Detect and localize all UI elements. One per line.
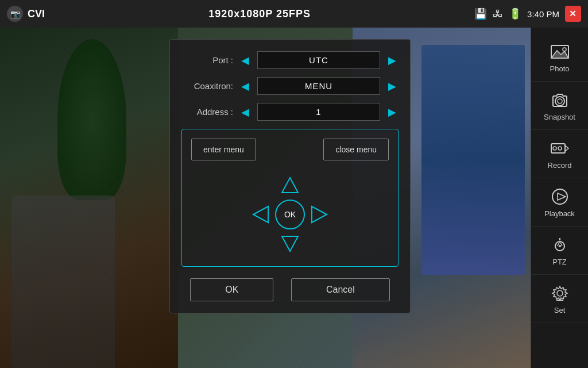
dpad-bottom-row [276,229,304,257]
cancel-button[interactable]: Cancel [291,278,390,301]
svg-point-8 [558,99,562,103]
dpad: OK [244,172,336,257]
coaxitron-row: Coaxitron: ◀ MENU ▶ [181,77,399,95]
address-value: 1 [257,103,380,121]
ptz-icon [550,235,570,255]
battery-icon: 🔋 [509,7,521,20]
resolution-display: 1920x1080P 25FPS [208,8,311,20]
menu-buttons-row: enter menu close menu [191,139,389,160]
network-icon: 🖧 [493,8,503,20]
photo-icon [550,41,570,62]
svg-point-11 [558,147,562,150]
enter-menu-button[interactable]: enter menu [191,139,256,160]
navigation-panel: enter menu close menu OK [181,129,399,267]
topbar-left: 📷 CVI [7,6,45,22]
svg-point-18 [557,290,563,296]
settings-dialog: Port : ◀ UTC ▶ Coaxitron: ◀ MENU ▶ Addre… [169,39,411,313]
sidebar-item-snapshot[interactable]: Snapshot [531,82,588,130]
sidebar-item-record[interactable]: Record [531,130,588,178]
ptz-label: PTZ [552,258,567,266]
playback-label: Playback [544,209,575,218]
dpad-up-button[interactable] [276,172,304,200]
dpad-right-button[interactable] [305,201,332,228]
sidebar: Photo Snapshot Record Playback [531,28,588,368]
svg-marker-14 [558,193,566,200]
ok-button[interactable]: OK [190,278,273,301]
address-label: Address : [181,107,233,117]
svg-point-7 [555,97,564,106]
snapshot-icon [550,90,570,110]
close-menu-button[interactable]: close menu [323,139,389,160]
topbar: 📷 CVI 1920x1080P 25FPS 💾 🖧 🔋 3:40 PM ✕ [0,0,588,28]
record-label: Record [548,161,572,170]
port-prev-button[interactable]: ◀ [239,54,252,67]
dpad-ok-button[interactable]: OK [275,200,305,229]
chair-decoration [11,195,115,368]
record-icon [550,138,570,159]
sidebar-item-playback[interactable]: Playback [531,178,588,227]
svg-marker-5 [551,51,568,58]
playback-icon [550,186,570,207]
svg-point-10 [553,147,556,150]
dpad-top-row [276,172,304,200]
dialog-bottom-buttons: OK Cancel [181,278,399,301]
svg-marker-0 [282,178,298,193]
time-display: 3:40 PM [527,9,559,19]
address-prev-button[interactable]: ◀ [239,106,252,118]
port-next-button[interactable]: ▶ [386,54,399,67]
close-button[interactable]: ✕ [565,6,581,22]
coaxitron-next-button[interactable]: ▶ [386,80,399,93]
svg-point-16 [559,245,561,247]
topbar-right: 💾 🖧 🔋 3:40 PM ✕ [474,6,581,22]
set-icon [550,283,570,304]
coaxitron-label: Coaxitron: [181,81,233,91]
dpad-middle-row: OK [247,200,332,229]
address-next-button[interactable]: ▶ [386,106,399,118]
svg-marker-1 [253,206,268,223]
port-label: Port : [181,55,233,65]
plant-decoration [57,39,126,200]
snapshot-label: Snapshot [544,113,575,121]
port-value: UTC [257,51,380,69]
sidebar-item-photo[interactable]: Photo [531,33,588,82]
sidebar-item-ptz[interactable]: PTZ [531,227,588,275]
photo-label: Photo [550,64,570,73]
svg-marker-3 [282,236,298,251]
sidebar-item-set[interactable]: Set [531,275,588,323]
address-row: Address : ◀ 1 ▶ [181,103,399,121]
set-label: Set [554,306,566,315]
dpad-down-button[interactable] [276,229,304,257]
camera-logo-icon: 📷 [7,6,23,22]
dpad-left-button[interactable] [247,201,275,228]
port-row: Port : ◀ UTC ▶ [181,51,399,69]
sd-card-icon: 💾 [474,7,487,20]
camera-left-view [0,28,178,368]
coaxitron-value: MENU [257,77,380,95]
svg-marker-2 [312,206,327,223]
app-title: CVI [28,8,45,20]
blue-rack-decoration [421,45,525,275]
coaxitron-prev-button[interactable]: ◀ [239,80,252,93]
